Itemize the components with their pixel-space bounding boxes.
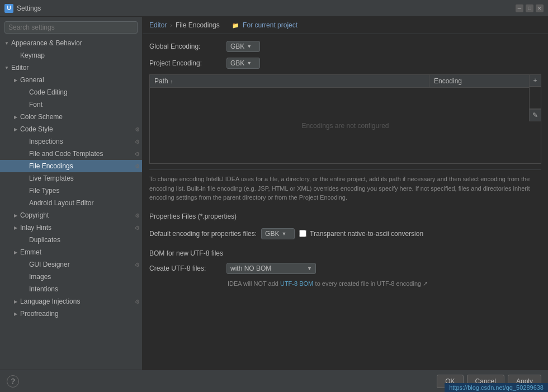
table-col-path[interactable]: Path: [150, 75, 429, 87]
tree-arrow-copyright: [11, 211, 20, 220]
sidebar-item-copyright[interactable]: Copyright⚙: [0, 209, 142, 221]
sidebar-item-general[interactable]: General: [0, 74, 142, 86]
bom-dropdown-arrow-icon: ▼: [307, 266, 312, 271]
project-encoding-row: Project Encoding: GBK ▼: [149, 58, 541, 69]
sidebar-item-code-editing[interactable]: Code Editing: [0, 86, 142, 98]
tree-arrow-proofreading: [11, 309, 20, 318]
project-encoding-dropdown[interactable]: GBK ▼: [226, 58, 260, 69]
table-body: Encodings are not configured: [150, 88, 541, 163]
title-bar: U Settings ─ □ ✕: [0, 0, 548, 17]
sidebar-item-label-language-injections: Language Injections: [20, 297, 135, 305]
settings-icon-inspections: ⚙: [135, 139, 140, 145]
tree-arrow-editor: [2, 63, 11, 72]
sidebar-item-label-proofreading: Proofreading: [20, 310, 142, 318]
sidebar-item-label-inlay-hints: Inlay Hints: [20, 224, 135, 232]
sidebar-item-gui-designer[interactable]: GUI Designer⚙: [0, 258, 142, 271]
settings-icon-gui-designer: ⚙: [135, 262, 140, 268]
settings-icon-copyright: ⚙: [135, 212, 140, 219]
sidebar-item-images[interactable]: Images: [0, 271, 142, 283]
breadcrumb-parent[interactable]: Editor: [149, 21, 167, 29]
sidebar-item-language-injections[interactable]: Language Injections⚙: [0, 295, 142, 308]
settings-icon-language-injections: ⚙: [135, 299, 140, 305]
sidebar-item-proofreading[interactable]: Proofreading: [0, 308, 142, 320]
help-button[interactable]: ?: [7, 375, 19, 388]
sidebar-item-label-gui-designer: GUI Designer: [29, 261, 135, 268]
sidebar-item-label-keymap: Keymap: [20, 51, 142, 59]
bom-section-title: BOM for new UTF-8 files: [149, 249, 541, 257]
sidebar-item-label-inspections: Inspections: [29, 138, 135, 145]
sidebar-item-intentions[interactable]: Intentions: [0, 283, 142, 295]
transparent-checkbox-row: Transparent native-to-ascii conversion: [299, 230, 423, 238]
sidebar-item-font[interactable]: Font: [0, 98, 142, 111]
project-icon: 📁: [232, 22, 239, 29]
add-encoding-button[interactable]: +: [529, 74, 541, 87]
tree-arrow-inlay-hints: [11, 223, 20, 232]
breadcrumb-separator: ›: [170, 22, 172, 29]
tree-arrow-color-scheme: [11, 112, 20, 121]
default-encoding-properties-label: Default encoding for properties files:: [149, 230, 257, 238]
breadcrumb-project-link[interactable]: 📁 For current project: [232, 21, 297, 29]
sidebar-item-label-file-types: File Types: [29, 187, 142, 195]
sidebar-item-inspections[interactable]: Inspections⚙: [0, 135, 142, 148]
table-empty-message: Encodings are not configured: [301, 122, 389, 130]
sidebar-item-label-code-editing: Code Editing: [29, 88, 142, 96]
close-button[interactable]: ✕: [536, 4, 544, 12]
sidebar-item-label-font: Font: [29, 101, 142, 108]
dropdown-arrow-icon: ▼: [247, 44, 252, 49]
sidebar-item-label-file-and-code-templates: File and Code Templates: [29, 150, 135, 158]
settings-tree: Appearance & BehaviorKeymapEditorGeneral…: [0, 37, 142, 320]
transparent-label: Transparent native-to-ascii conversion: [310, 230, 423, 238]
sidebar-item-code-style[interactable]: Code Style⚙: [0, 123, 142, 135]
settings-icon-file-and-code-templates: ⚙: [135, 151, 140, 157]
window-controls: ─ □ ✕: [516, 4, 544, 12]
tree-arrow-appearance: [2, 39, 11, 48]
create-utf8-row: Create UTF-8 files: with NO BOM ▼: [149, 263, 541, 274]
sidebar-item-android-layout-editor[interactable]: Android Layout Editor: [0, 197, 142, 209]
properties-section-title: Properties Files (*.properties): [149, 212, 541, 220]
settings-icon-file-encodings: ⚙: [135, 163, 140, 169]
sidebar-item-emmet[interactable]: Emmet: [0, 246, 142, 258]
sidebar-item-label-file-encodings: File Encodings: [29, 162, 135, 170]
sidebar-item-label-general: General: [20, 76, 142, 84]
sidebar-item-keymap[interactable]: Keymap: [0, 49, 142, 62]
tree-arrow-emmet: [11, 248, 20, 257]
sidebar-item-label-live-templates: Live Templates: [29, 174, 142, 182]
sidebar-item-file-and-code-templates[interactable]: File and Code Templates⚙: [0, 148, 142, 160]
sidebar-item-appearance[interactable]: Appearance & Behavior: [0, 37, 142, 49]
utf8-bom-link[interactable]: UTF-8 BOM: [280, 280, 313, 287]
dropdown-arrow-icon: ▼: [281, 231, 286, 237]
minimize-button[interactable]: ─: [516, 4, 523, 12]
sidebar-item-live-templates[interactable]: Live Templates: [0, 172, 142, 185]
edit-encoding-button[interactable]: ✎: [529, 109, 541, 121]
bom-note-suffix: to every created file in UTF-8 encoding …: [315, 280, 428, 287]
sidebar-item-file-types[interactable]: File Types: [0, 185, 142, 197]
sidebar-item-color-scheme[interactable]: Color Scheme: [0, 111, 142, 123]
sidebar-item-editor[interactable]: Editor: [0, 62, 142, 74]
create-utf8-dropdown[interactable]: with NO BOM ▼: [226, 263, 316, 274]
settings-icon-code-style: ⚙: [135, 126, 140, 133]
properties-encoding-dropdown[interactable]: GBK ▼: [261, 228, 295, 239]
sidebar-item-label-duplicates: Duplicates: [29, 236, 142, 244]
status-bar-link[interactable]: https://blog.csdn.net/qq_50289638: [445, 383, 548, 392]
sidebar-item-inlay-hints[interactable]: Inlay Hints⚙: [0, 221, 142, 234]
project-encoding-label: Project Encoding:: [149, 59, 222, 67]
tree-arrow-language-injections: [11, 297, 20, 306]
table-actions: + ✎: [529, 74, 541, 121]
sidebar-item-label-emmet: Emmet: [20, 248, 142, 256]
sidebar-item-label-color-scheme: Color Scheme: [20, 113, 142, 121]
global-encoding-dropdown[interactable]: GBK ▼: [226, 41, 260, 52]
main-container: Appearance & BehaviorKeymapEditorGeneral…: [0, 17, 548, 370]
tree-arrow-general: [11, 75, 20, 84]
sidebar-item-label-intentions: Intentions: [29, 285, 142, 293]
sidebar-item-file-encodings[interactable]: File Encodings⚙: [0, 160, 142, 172]
sidebar-item-label-code-style: Code Style: [20, 125, 135, 133]
breadcrumb: Editor › File Encodings 📁 For current pr…: [143, 17, 548, 34]
sidebar-item-duplicates[interactable]: Duplicates: [0, 234, 142, 246]
search-input[interactable]: [4, 21, 138, 34]
bom-note-row: IDEA will NOT add UTF-8 BOM to every cre…: [149, 280, 541, 287]
sidebar-item-label-editor: Editor: [11, 64, 142, 72]
window-title: Settings: [17, 4, 516, 12]
maximize-button[interactable]: □: [526, 4, 533, 12]
transparent-checkbox[interactable]: [299, 230, 306, 237]
create-utf8-label: Create UTF-8 files:: [149, 265, 222, 272]
